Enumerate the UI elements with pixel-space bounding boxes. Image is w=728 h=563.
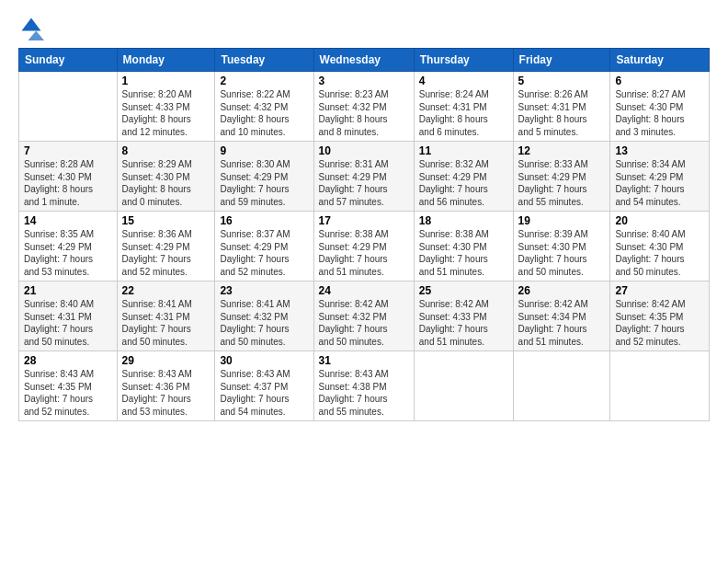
day-number: 6 [615, 75, 704, 87]
calendar-cell: 9Sunrise: 8:30 AM Sunset: 4:29 PM Daylig… [215, 142, 313, 212]
header [18, 15, 710, 40]
day-number: 25 [419, 284, 508, 297]
calendar-cell: 5Sunrise: 8:26 AM Sunset: 4:31 PM Daylig… [513, 72, 610, 142]
calendar-cell: 17Sunrise: 8:38 AM Sunset: 4:29 PM Dayli… [313, 212, 414, 282]
day-info: Sunrise: 8:37 AM Sunset: 4:29 PM Dayligh… [220, 228, 308, 278]
calendar-cell: 28Sunrise: 8:43 AM Sunset: 4:35 PM Dayli… [19, 351, 118, 421]
calendar-cell: 10Sunrise: 8:31 AM Sunset: 4:29 PM Dayli… [313, 142, 414, 212]
calendar-cell: 21Sunrise: 8:40 AM Sunset: 4:31 PM Dayli… [19, 282, 118, 351]
calendar-week-3: 14Sunrise: 8:35 AM Sunset: 4:29 PM Dayli… [19, 212, 710, 282]
day-number: 14 [24, 214, 112, 227]
day-info: Sunrise: 8:24 AM Sunset: 4:31 PM Dayligh… [419, 88, 508, 138]
day-info: Sunrise: 8:43 AM Sunset: 4:38 PM Dayligh… [319, 368, 409, 418]
day-info: Sunrise: 8:43 AM Sunset: 4:37 PM Dayligh… [220, 368, 308, 418]
calendar-cell [513, 351, 610, 421]
calendar-header-friday: Friday [513, 49, 610, 72]
calendar-header-tuesday: Tuesday [215, 49, 313, 72]
day-number: 24 [319, 284, 409, 297]
calendar-week-5: 28Sunrise: 8:43 AM Sunset: 4:35 PM Dayli… [19, 351, 710, 421]
day-number: 13 [615, 144, 704, 157]
day-number: 15 [122, 214, 210, 227]
day-info: Sunrise: 8:42 AM Sunset: 4:35 PM Dayligh… [615, 298, 704, 348]
calendar-cell: 19Sunrise: 8:39 AM Sunset: 4:30 PM Dayli… [513, 212, 610, 282]
calendar-cell: 24Sunrise: 8:42 AM Sunset: 4:32 PM Dayli… [313, 282, 414, 351]
calendar-cell: 7Sunrise: 8:28 AM Sunset: 4:30 PM Daylig… [19, 142, 118, 212]
calendar-cell: 23Sunrise: 8:41 AM Sunset: 4:32 PM Dayli… [215, 282, 313, 351]
day-info: Sunrise: 8:36 AM Sunset: 4:29 PM Dayligh… [122, 228, 210, 278]
day-info: Sunrise: 8:43 AM Sunset: 4:35 PM Dayligh… [24, 368, 112, 418]
day-number: 29 [122, 354, 210, 367]
day-number: 7 [24, 144, 112, 157]
day-number: 20 [615, 214, 704, 227]
calendar-cell [610, 351, 710, 421]
calendar-header-wednesday: Wednesday [313, 49, 414, 72]
day-info: Sunrise: 8:41 AM Sunset: 4:32 PM Dayligh… [220, 298, 308, 348]
svg-marker-0 [22, 18, 41, 31]
calendar-cell: 3Sunrise: 8:23 AM Sunset: 4:32 PM Daylig… [313, 72, 414, 142]
day-number: 10 [319, 144, 409, 157]
day-number: 8 [122, 144, 210, 157]
day-number: 4 [419, 75, 508, 87]
day-info: Sunrise: 8:27 AM Sunset: 4:30 PM Dayligh… [615, 88, 704, 138]
calendar-cell: 16Sunrise: 8:37 AM Sunset: 4:29 PM Dayli… [215, 212, 313, 282]
day-info: Sunrise: 8:31 AM Sunset: 4:29 PM Dayligh… [319, 158, 409, 208]
calendar-week-1: 1Sunrise: 8:20 AM Sunset: 4:33 PM Daylig… [19, 72, 710, 142]
day-info: Sunrise: 8:23 AM Sunset: 4:32 PM Dayligh… [319, 88, 409, 138]
day-info: Sunrise: 8:43 AM Sunset: 4:36 PM Dayligh… [122, 368, 210, 418]
day-info: Sunrise: 8:42 AM Sunset: 4:32 PM Dayligh… [319, 298, 409, 348]
calendar-week-2: 7Sunrise: 8:28 AM Sunset: 4:30 PM Daylig… [19, 142, 710, 212]
page: SundayMondayTuesdayWednesdayThursdayFrid… [0, 0, 728, 563]
calendar-header-row: SundayMondayTuesdayWednesdayThursdayFrid… [19, 49, 710, 72]
day-info: Sunrise: 8:41 AM Sunset: 4:31 PM Dayligh… [122, 298, 210, 348]
calendar-cell: 31Sunrise: 8:43 AM Sunset: 4:38 PM Dayli… [313, 351, 414, 421]
day-number: 26 [518, 284, 606, 297]
day-info: Sunrise: 8:33 AM Sunset: 4:29 PM Dayligh… [518, 158, 606, 208]
day-number: 30 [220, 354, 308, 367]
calendar-cell: 6Sunrise: 8:27 AM Sunset: 4:30 PM Daylig… [610, 72, 710, 142]
calendar: SundayMondayTuesdayWednesdayThursdayFrid… [18, 48, 710, 421]
day-number: 16 [220, 214, 308, 227]
day-info: Sunrise: 8:22 AM Sunset: 4:32 PM Dayligh… [220, 88, 308, 138]
calendar-cell: 30Sunrise: 8:43 AM Sunset: 4:37 PM Dayli… [215, 351, 313, 421]
day-number: 22 [122, 284, 210, 297]
calendar-header-sunday: Sunday [19, 49, 118, 72]
calendar-cell: 11Sunrise: 8:32 AM Sunset: 4:29 PM Dayli… [414, 142, 513, 212]
day-number: 23 [220, 284, 308, 297]
day-number: 2 [220, 75, 308, 87]
calendar-cell: 12Sunrise: 8:33 AM Sunset: 4:29 PM Dayli… [513, 142, 610, 212]
calendar-header-saturday: Saturday [610, 49, 710, 72]
calendar-cell: 1Sunrise: 8:20 AM Sunset: 4:33 PM Daylig… [117, 72, 215, 142]
day-number: 11 [419, 144, 508, 157]
calendar-week-4: 21Sunrise: 8:40 AM Sunset: 4:31 PM Dayli… [19, 282, 710, 351]
day-info: Sunrise: 8:39 AM Sunset: 4:30 PM Dayligh… [518, 228, 606, 278]
day-info: Sunrise: 8:38 AM Sunset: 4:30 PM Dayligh… [419, 228, 508, 278]
calendar-cell [414, 351, 513, 421]
calendar-header-thursday: Thursday [414, 49, 513, 72]
day-info: Sunrise: 8:40 AM Sunset: 4:30 PM Dayligh… [615, 228, 704, 278]
day-info: Sunrise: 8:40 AM Sunset: 4:31 PM Dayligh… [24, 298, 112, 348]
day-number: 21 [24, 284, 112, 297]
calendar-cell: 14Sunrise: 8:35 AM Sunset: 4:29 PM Dayli… [19, 212, 118, 282]
day-number: 31 [319, 354, 409, 367]
day-info: Sunrise: 8:42 AM Sunset: 4:34 PM Dayligh… [518, 298, 606, 348]
day-number: 28 [24, 354, 112, 367]
calendar-cell: 26Sunrise: 8:42 AM Sunset: 4:34 PM Dayli… [513, 282, 610, 351]
calendar-cell: 20Sunrise: 8:40 AM Sunset: 4:30 PM Dayli… [610, 212, 710, 282]
calendar-cell: 4Sunrise: 8:24 AM Sunset: 4:31 PM Daylig… [414, 72, 513, 142]
calendar-cell: 13Sunrise: 8:34 AM Sunset: 4:29 PM Dayli… [610, 142, 710, 212]
day-number: 19 [518, 214, 606, 227]
calendar-cell: 27Sunrise: 8:42 AM Sunset: 4:35 PM Dayli… [610, 282, 710, 351]
calendar-cell: 22Sunrise: 8:41 AM Sunset: 4:31 PM Dayli… [117, 282, 215, 351]
day-number: 9 [220, 144, 308, 157]
day-info: Sunrise: 8:35 AM Sunset: 4:29 PM Dayligh… [24, 228, 112, 278]
day-info: Sunrise: 8:28 AM Sunset: 4:30 PM Dayligh… [24, 158, 112, 208]
calendar-header-monday: Monday [117, 49, 215, 72]
day-info: Sunrise: 8:29 AM Sunset: 4:30 PM Dayligh… [122, 158, 210, 208]
day-info: Sunrise: 8:32 AM Sunset: 4:29 PM Dayligh… [419, 158, 508, 208]
calendar-cell [19, 72, 118, 142]
day-number: 18 [419, 214, 508, 227]
calendar-cell: 2Sunrise: 8:22 AM Sunset: 4:32 PM Daylig… [215, 72, 313, 142]
svg-marker-1 [28, 31, 45, 41]
day-number: 3 [319, 75, 409, 87]
day-info: Sunrise: 8:42 AM Sunset: 4:33 PM Dayligh… [419, 298, 508, 348]
